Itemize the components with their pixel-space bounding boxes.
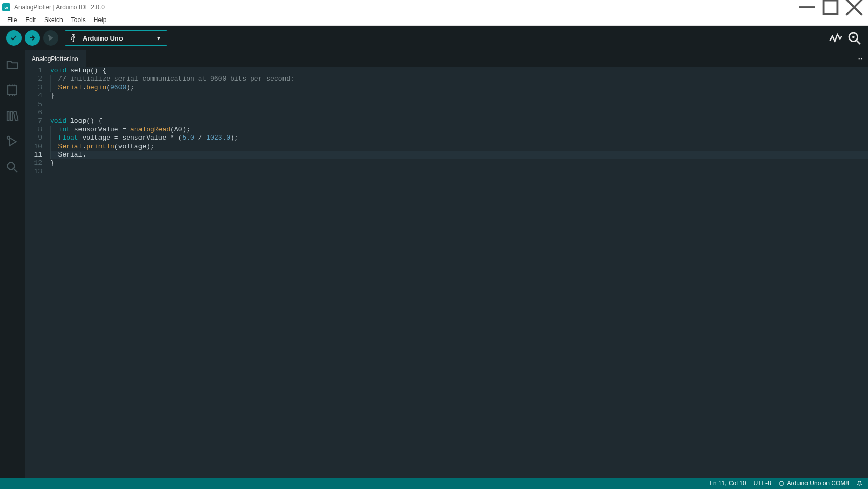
code-line[interactable] — [50, 168, 868, 176]
menu-sketch[interactable]: Sketch — [40, 15, 67, 25]
magnify-icon — [846, 30, 862, 46]
bell-icon — [856, 480, 863, 487]
check-icon — [10, 34, 18, 42]
folder-icon — [5, 57, 19, 72]
rail-sketchbook-button[interactable] — [5, 57, 19, 72]
plotter-icon — [828, 30, 843, 46]
line-number: 2 — [25, 75, 42, 83]
rail-search-button[interactable] — [5, 160, 19, 174]
line-number: 4 — [25, 92, 42, 100]
status-board-port-label: Arduino Uno on COM8 — [787, 480, 849, 487]
debug-icon — [5, 134, 19, 149]
tab-overflow-button[interactable]: ··· — [852, 50, 868, 67]
status-cursor-position[interactable]: Ln 11, Col 10 — [710, 480, 746, 487]
line-number: 1 — [25, 67, 42, 75]
editor-code-area[interactable]: void setup() { // initialize serial comm… — [50, 67, 868, 478]
editor-gutter: 12345678910111213 — [25, 67, 50, 478]
code-line[interactable]: float voltage = sensorValue * (5.0 / 102… — [50, 134, 868, 142]
line-number: 5 — [25, 101, 42, 109]
plug-icon — [778, 480, 785, 487]
rail-boards-manager-button[interactable] — [5, 83, 19, 97]
code-line[interactable]: Serial. — [50, 151, 868, 159]
svg-point-11 — [852, 36, 855, 38]
svg-rect-8 — [71, 39, 72, 40]
code-line[interactable]: void loop() { — [50, 117, 868, 125]
window-title: AnalogPlotter | Arduino IDE 2.0.0 — [14, 4, 105, 11]
main-area: AnalogPlotter.ino ··· 12345678910111213 … — [0, 50, 868, 478]
svg-rect-12 — [8, 86, 17, 95]
svg-point-5 — [48, 35, 50, 37]
tab-label: AnalogPlotter.ino — [32, 55, 78, 63]
code-line[interactable] — [50, 101, 868, 109]
close-icon — [842, 0, 866, 19]
usb-icon — [70, 34, 76, 42]
window-maximize-button[interactable] — [819, 0, 842, 14]
line-number: 8 — [25, 126, 42, 134]
svg-rect-1 — [824, 1, 838, 14]
chevron-down-icon: ▼ — [156, 35, 162, 41]
debug-play-icon — [47, 34, 55, 42]
line-number: 13 — [25, 168, 42, 176]
left-rail — [0, 50, 25, 478]
rail-library-manager-button[interactable] — [5, 109, 19, 123]
code-line[interactable]: Serial.begin(9600); — [50, 84, 868, 92]
editor-tabs: AnalogPlotter.ino ··· — [25, 50, 868, 67]
code-line[interactable]: int sensorValue = analogRead(A0); — [50, 126, 868, 134]
app-icon: ∞ — [2, 3, 10, 11]
svg-marker-21 — [10, 138, 16, 145]
svg-rect-20 — [10, 111, 12, 121]
line-number: 9 — [25, 134, 42, 142]
code-line[interactable]: } — [50, 92, 868, 100]
board-icon — [5, 83, 19, 97]
svg-line-10 — [857, 41, 860, 44]
board-selector[interactable]: Arduino Uno ▼ — [65, 30, 167, 46]
tab-analogplotter[interactable]: AnalogPlotter.ino — [25, 50, 86, 67]
svg-point-22 — [7, 136, 10, 139]
line-number: 6 — [25, 109, 42, 117]
line-number: 12 — [25, 159, 42, 167]
board-selector-label: Arduino Uno — [83, 34, 146, 42]
serial-monitor-button[interactable] — [846, 30, 862, 46]
upload-button[interactable] — [25, 30, 40, 46]
code-line[interactable]: // initialize serial communication at 96… — [50, 75, 868, 83]
status-board-port[interactable]: Arduino Uno on COM8 — [778, 480, 849, 487]
os-titlebar: ∞ AnalogPlotter | Arduino IDE 2.0.0 — [0, 0, 868, 14]
line-number: 7 — [25, 117, 42, 125]
code-line[interactable] — [50, 109, 868, 117]
rail-debug-button[interactable] — [5, 134, 19, 149]
svg-line-24 — [14, 169, 17, 172]
status-encoding[interactable]: UTF-8 — [754, 480, 771, 487]
maximize-icon — [819, 0, 842, 19]
svg-point-6 — [73, 41, 74, 42]
menu-tools[interactable]: Tools — [67, 15, 90, 25]
code-line[interactable]: } — [50, 159, 868, 167]
search-icon — [5, 160, 19, 174]
line-number: 3 — [25, 84, 42, 92]
menu-help[interactable]: Help — [90, 15, 111, 25]
ellipsis-icon: ··· — [857, 55, 862, 62]
debug-button[interactable] — [43, 30, 58, 46]
svg-point-23 — [7, 162, 14, 169]
editor-content: AnalogPlotter.ino ··· 12345678910111213 … — [25, 50, 868, 478]
status-notifications-button[interactable] — [856, 480, 863, 487]
menu-edit[interactable]: Edit — [21, 15, 40, 25]
window-minimize-button[interactable] — [795, 0, 819, 14]
arrow-right-icon — [28, 34, 36, 42]
menu-file[interactable]: File — [3, 15, 21, 25]
minimize-icon — [795, 0, 819, 19]
svg-marker-4 — [49, 35, 53, 41]
svg-rect-25 — [780, 482, 783, 485]
status-bar: Ln 11, Col 10 UTF-8 Arduino Uno on COM8 — [0, 478, 868, 489]
verify-button[interactable] — [6, 30, 22, 46]
serial-plotter-button[interactable] — [828, 30, 843, 46]
line-number: 11 — [25, 151, 42, 159]
code-line[interactable]: void setup() { — [50, 67, 868, 75]
code-editor[interactable]: 12345678910111213 void setup() { // init… — [25, 67, 868, 478]
menu-bar: File Edit Sketch Tools Help — [0, 14, 868, 26]
code-line[interactable]: Serial.println(voltage); — [50, 143, 868, 151]
window-close-button[interactable] — [842, 0, 866, 14]
toolbar: Arduino Uno ▼ — [0, 26, 868, 50]
svg-point-7 — [74, 37, 75, 38]
svg-rect-19 — [7, 111, 9, 121]
library-books-icon — [5, 109, 19, 123]
